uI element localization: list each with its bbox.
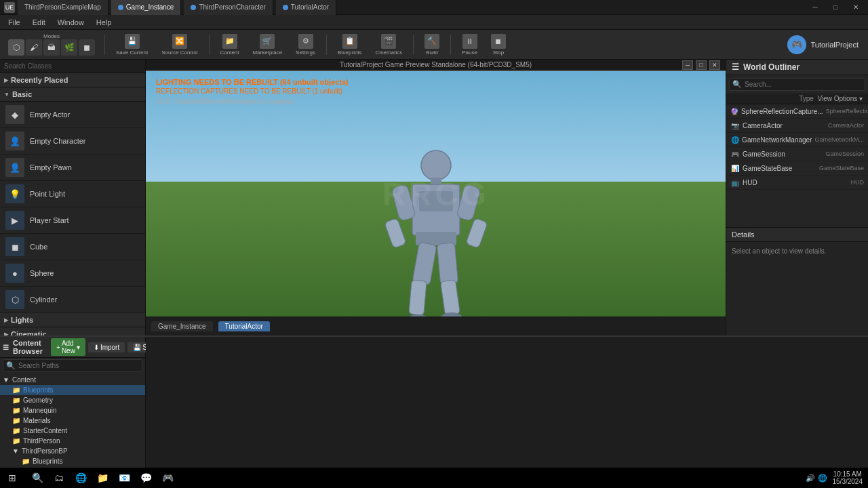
build-button[interactable]: 🔨 Build [419,33,445,57]
category-basic[interactable]: ▼ Basic [0,87,145,102]
taskbar-right: 🔊 🌐 10:15 AM 15/3/2024 [806,470,869,485]
vp-tab-game-instance[interactable]: Game_Instance [151,321,213,331]
tree-starter-content[interactable]: 📁 StarterContent [0,426,145,436]
empty-actor-label: Empty Actor [30,110,70,119]
preview-close[interactable]: ✕ [709,60,720,70]
empty-actor-icon: ◆ [5,105,24,124]
game-preview-header: TutorialProject Game Preview Standalone … [146,60,726,71]
view-options-button[interactable]: View Options ▾ [817,95,863,102]
preview-minimize[interactable]: ─ [682,60,693,70]
category-lights[interactable]: ▶ Lights [0,313,145,327]
pause-icon: ⏸ [462,34,477,49]
outliner-item-camera-actor[interactable]: 📷 CameraActor CameraActor [726,119,868,133]
taskbar-explorer[interactable]: 📁 [92,468,113,488]
mode-geometry[interactable]: ◼ [79,39,95,56]
network-icon[interactable]: 🌐 [818,474,827,483]
content-button[interactable]: 📁 Content [215,33,245,57]
mode-landscape[interactable]: 🏔 [43,39,60,56]
close-button[interactable]: ✕ [846,1,865,14]
outliner-item-game-network-manager[interactable]: 🌐 GameNetworkManager GameNetworkM... [726,133,868,147]
taskbar-time-display: 10:15 AM [833,470,863,478]
item-empty-character[interactable]: 👤 Empty Character [0,128,145,155]
maximize-button[interactable]: □ [826,1,845,14]
viewport-tabs-bar: Game_Instance TutorialActor [146,317,726,336]
taskbar-task-view[interactable]: 🗂 [49,468,69,488]
item-player-start[interactable]: ▶ Player Start [0,207,145,234]
mode-foliage[interactable]: 🌿 [61,39,77,56]
outliner-item-sphere-reflection[interactable]: 🔮 SphereReflectionCapture... SphereRefle… [726,104,868,119]
source-control-button[interactable]: 🔀 Source Control [156,33,203,57]
tree-third-person-label: ThirdPerson [23,437,60,445]
game-network-manager-icon: 🌐 [730,135,739,144]
game-session-label: GameSession [743,150,823,158]
outliner-search-input[interactable] [745,81,862,88]
tree-third-person-bp[interactable]: ▼ ThirdPersonBP [0,446,145,456]
settings-button[interactable]: ⚙ Settings [290,33,321,57]
tree-materials[interactable]: 📁 Materials [0,415,145,426]
add-new-button[interactable]: + Add New ▾ [51,338,85,356]
viewport-content[interactable]: LIGHTING NEEDS TO BE REBUILT (64 unbuilt… [146,71,726,317]
details-section: Details Select an object to view details… [726,227,868,336]
taskbar-edge[interactable]: 🌐 [71,468,91,488]
item-point-light[interactable]: 💡 Point Light [0,181,145,207]
tab-character[interactable]: ThirdPersonCharacter [184,0,273,15]
minimize-button[interactable]: ─ [806,1,825,14]
category-cinematic[interactable]: ▶ Cinematic [0,327,145,336]
save-icon: 💾 [133,344,141,351]
taskbar-search[interactable]: 🔍 [27,468,47,488]
tab-map[interactable]: ThirdPersonExampleMap [18,0,108,15]
taskbar-whatsapp[interactable]: 💬 [136,468,156,488]
search-paths-input[interactable] [18,362,139,369]
menu-file[interactable]: File [3,17,26,28]
tree-third-person[interactable]: 📁 ThirdPerson [0,436,145,446]
menu-window[interactable]: Window [52,17,90,28]
item-sphere[interactable]: ● Sphere [0,260,145,287]
ue-logo: UE [4,2,15,13]
menu-edit[interactable]: Edit [27,17,51,28]
tree-content[interactable]: ▼ Content [0,375,145,385]
tab-tutorial-actor[interactable]: TutorialActor [276,0,336,15]
marketplace-button[interactable]: 🛒 Marketplace [248,33,288,57]
taskbar-ue4[interactable]: 🎮 [157,468,178,488]
pause-button[interactable]: ⏸ Pause [456,33,483,57]
tab-game-instance[interactable]: Game_Instance [111,0,182,15]
outliner-type-header: Type View Options ▾ [726,94,868,104]
triangle-icon: ▶ [4,77,8,83]
content-browser-toolbar: ☰ Content Browser + Add New ▾ ⬇ Import 💾… [0,337,145,358]
category-lights-label: Lights [11,316,33,324]
mode-paint[interactable]: 🖌 [26,39,42,56]
stop-button[interactable]: ⏹ Stop [486,33,511,57]
tree-mannequin[interactable]: 📁 Mannequin [0,405,145,415]
item-cylinder[interactable]: ⬡ Cylinder [0,287,145,313]
tree-geometry[interactable]: 📁 Geometry [0,395,145,405]
outliner-item-hud[interactable]: 📺 HUD HUD [726,176,868,190]
menu-bar: File Edit Window Help [0,15,868,30]
tree-geometry-label: Geometry [23,396,53,404]
tree-blueprints-sub[interactable]: 📁 Blueprints [0,456,145,466]
save-current-label: Save Current [116,49,148,56]
menu-help[interactable]: Help [91,17,117,28]
taskbar-mail[interactable]: 📧 [114,468,134,488]
save-current-icon: 💾 [125,34,140,49]
item-empty-actor[interactable]: ◆ Empty Actor [0,102,145,128]
search-classes-input[interactable] [0,60,145,73]
preview-maximize[interactable]: □ [696,60,707,70]
tree-blueprints[interactable]: 📁 Blueprints [0,385,145,395]
item-cube[interactable]: ◼ Cube [0,234,145,260]
cylinder-label: Cylinder [30,296,57,304]
blueprints-button[interactable]: 📋 Blueprints [332,33,368,57]
volume-icon[interactable]: 🔊 [806,474,815,483]
import-button[interactable]: ⬇ Import [88,342,125,352]
cinematics-button[interactable]: 🎬 Cinematics [370,33,408,57]
mode-place[interactable]: ⬡ [8,39,24,56]
outliner-item-game-session[interactable]: 🎮 GameSession GameSession [726,147,868,161]
save-current-button[interactable]: 💾 Save Current [111,33,153,57]
start-button[interactable]: ⊞ [0,468,24,488]
tab-dot [118,5,123,10]
item-empty-pawn[interactable]: 👤 Empty Pawn [0,155,145,181]
category-recently-placed[interactable]: ▶ Recently Placed [0,73,145,87]
category-cinematic-label: Cinematic [11,330,47,336]
toolbar-separator-1 [104,35,105,55]
outliner-item-game-state-base[interactable]: 📊 GameStateBase GameStateBase [726,161,868,176]
vp-tab-tutorial-actor[interactable]: TutorialActor [218,321,270,331]
